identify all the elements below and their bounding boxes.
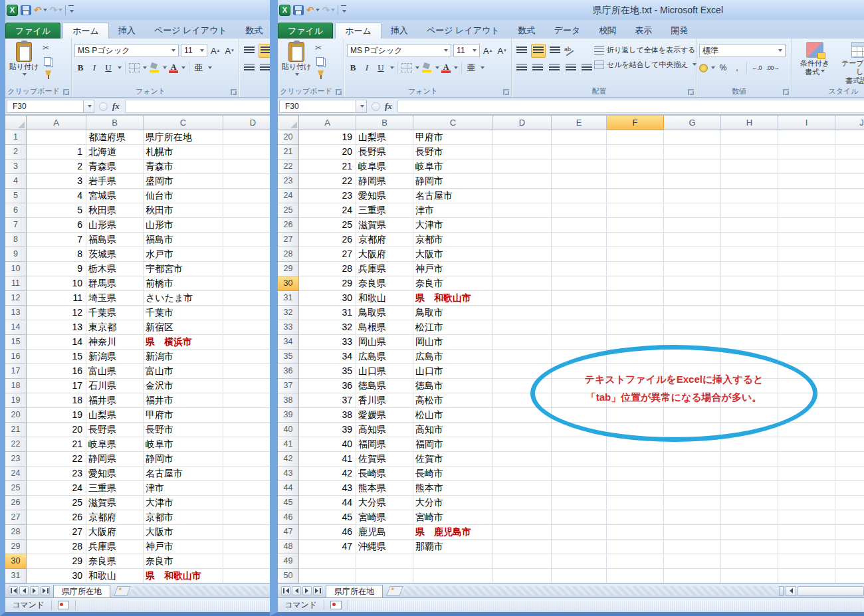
cell-D35[interactable] [493, 350, 552, 364]
cell-I22[interactable] [778, 159, 835, 174]
cell-E33[interactable] [552, 320, 607, 335]
cell-B23[interactable]: 静岡県 [86, 452, 144, 466]
cell-B22[interactable]: 岐阜県 [86, 437, 144, 452]
cell-B47[interactable]: 鹿児島 [356, 525, 413, 540]
number-dialog-launcher[interactable] [783, 89, 789, 95]
cell-A10[interactable]: 9 [27, 262, 86, 276]
column-header-D[interactable]: D [223, 116, 270, 130]
cell-D40[interactable] [493, 423, 552, 437]
row-header-20[interactable]: 20 [278, 130, 299, 145]
cell-B28[interactable]: 大阪府 [356, 247, 413, 262]
cell-A31[interactable]: 30 [27, 569, 86, 583]
row-header-20[interactable]: 20 [5, 408, 27, 423]
cell-B13[interactable]: 千葉県 [86, 306, 144, 320]
cell-F21[interactable] [607, 145, 664, 159]
name-box-dropdown[interactable] [356, 100, 367, 113]
formula-bar-button[interactable] [99, 102, 108, 111]
cell-A27[interactable]: 26 [299, 233, 356, 247]
underline-button[interactable]: U [102, 61, 114, 74]
cell-J25[interactable] [835, 203, 864, 218]
cell-D48[interactable] [493, 540, 552, 554]
cell-F20[interactable] [607, 130, 664, 145]
cell-D9[interactable] [223, 247, 270, 262]
cell-A22[interactable]: 21 [27, 437, 86, 452]
cell-D31[interactable] [493, 291, 552, 306]
cell-D42[interactable] [493, 452, 552, 466]
cell-F32[interactable] [607, 306, 664, 320]
cell-I20[interactable] [778, 130, 835, 145]
cell-F28[interactable] [607, 247, 664, 262]
cell-F22[interactable] [607, 159, 664, 174]
cell-C21[interactable]: 長野市 [413, 145, 493, 159]
merge-center-button[interactable]: セルを結合して中央揃え [594, 57, 697, 72]
cell-E26[interactable] [552, 218, 607, 233]
cell-D5[interactable] [223, 189, 270, 203]
cell-J37[interactable] [835, 379, 864, 393]
cell-A35[interactable]: 34 [299, 350, 356, 364]
ribbon-tab-校閲[interactable]: 校閲 [590, 23, 625, 39]
cell-D32[interactable] [493, 306, 552, 320]
cut-icon[interactable]: ✂ [315, 43, 328, 53]
cell-C31[interactable]: 県 和歌山市 [144, 569, 223, 583]
cell-I48[interactable] [778, 540, 835, 554]
cell-A4[interactable]: 3 [27, 174, 86, 189]
cell-C12[interactable]: さいたま市 [144, 291, 223, 306]
cell-J26[interactable] [835, 218, 864, 233]
cell-G25[interactable] [664, 203, 721, 218]
cell-C15[interactable]: 県 横浜市 [144, 335, 223, 350]
cell-I33[interactable] [778, 320, 835, 335]
column-header-H[interactable]: H [721, 116, 778, 130]
undo-button[interactable]: ↶ [34, 5, 47, 16]
cell-A24[interactable]: 23 [27, 466, 86, 481]
cell-F27[interactable] [607, 233, 664, 247]
cell-I46[interactable] [778, 510, 835, 525]
cell-G24[interactable] [664, 189, 721, 203]
row-header-46[interactable]: 46 [278, 510, 299, 525]
cell-J50[interactable] [835, 569, 864, 583]
cell-B14[interactable]: 東京都 [86, 320, 144, 335]
ribbon-tab-開発[interactable]: 開発 [661, 23, 697, 39]
decrease-indent-button[interactable] [564, 61, 578, 75]
cell-B27[interactable]: 京都府 [86, 510, 144, 525]
cell-D23[interactable] [493, 174, 552, 189]
row-header-8[interactable]: 8 [5, 233, 27, 247]
cell-J33[interactable] [835, 320, 864, 335]
cell-E41[interactable] [552, 437, 607, 452]
increase-indent-button[interactable] [580, 61, 594, 75]
redo-button[interactable]: ↷ [322, 5, 336, 16]
clipboard-dialog-launcher[interactable] [336, 89, 342, 95]
row-header-36[interactable]: 36 [278, 364, 299, 379]
cell-D30[interactable] [493, 276, 552, 291]
cell-C26[interactable]: 大津市 [413, 218, 493, 233]
row-header-30[interactable]: 30 [278, 276, 299, 291]
column-header-J[interactable]: J [835, 116, 864, 130]
cell-A7[interactable]: 6 [27, 218, 86, 233]
cell-B49[interactable] [356, 554, 413, 569]
cell-D33[interactable] [493, 320, 552, 335]
cell-I27[interactable] [778, 233, 835, 247]
cell-B28[interactable]: 大阪府 [86, 525, 144, 540]
cell-B11[interactable]: 群馬県 [86, 276, 144, 291]
cell-I41[interactable] [778, 437, 835, 452]
cell-C18[interactable]: 金沢市 [144, 379, 223, 393]
cell-H27[interactable] [721, 233, 778, 247]
cell-B29[interactable]: 兵庫県 [356, 262, 413, 276]
cell-C5[interactable]: 仙台市 [144, 189, 223, 203]
font-dialog-launcher[interactable] [231, 89, 237, 95]
cell-A49[interactable] [299, 554, 356, 569]
cell-B18[interactable]: 石川県 [86, 379, 144, 393]
cell-E32[interactable] [552, 306, 607, 320]
format-painter-icon[interactable] [315, 70, 328, 80]
cell-C24[interactable]: 名古屋市 [144, 466, 223, 481]
cell-I30[interactable] [778, 276, 835, 291]
cell-J44[interactable] [835, 481, 864, 496]
cell-B42[interactable]: 佐賀県 [356, 452, 413, 466]
cell-A50[interactable] [299, 569, 356, 583]
cell-F43[interactable] [607, 466, 664, 481]
cell-E21[interactable] [552, 145, 607, 159]
redo-button[interactable]: ↷ [50, 5, 63, 16]
cell-E25[interactable] [552, 203, 607, 218]
cell-C8[interactable]: 福島市 [144, 233, 223, 247]
cell-H42[interactable] [721, 452, 778, 466]
cell-J49[interactable] [835, 554, 864, 569]
